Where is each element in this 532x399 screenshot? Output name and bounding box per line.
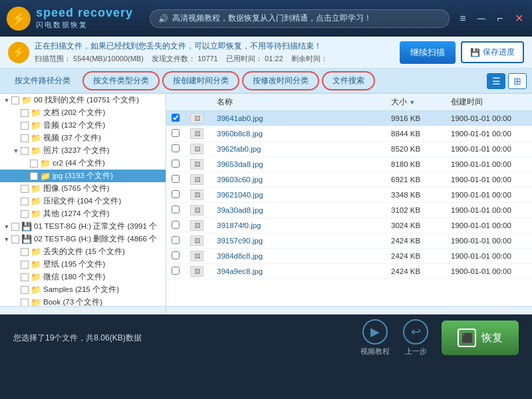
tree-item[interactable]: 📁压缩文件 (104 个文件)	[0, 195, 166, 207]
tree-item[interactable]: ▼💾01 TEST-8G (H:) 正常文件 (3991 个	[0, 220, 166, 233]
file-name[interactable]: 39641ab0.jpg	[217, 114, 263, 122]
tree-item[interactable]: 📁cr2 (44 个文件)	[0, 157, 166, 170]
tree-checkbox[interactable]	[21, 147, 29, 155]
tree-checkbox[interactable]	[30, 160, 38, 168]
file-name[interactable]: 394a9ec8.jpg	[217, 267, 263, 275]
tree-item[interactable]: 📁其他 (1274 个文件)	[0, 207, 166, 220]
file-checkbox[interactable]	[172, 236, 180, 244]
col-name[interactable]: 名称	[211, 94, 386, 111]
file-checkbox[interactable]	[172, 251, 180, 259]
table-row[interactable]: 🖼39641ab0.jpg9916 KB1900-01-01 00:00	[166, 111, 532, 126]
table-row[interactable]: 🖼39653da8.jpg8180 KB1900-01-01 00:00	[166, 157, 532, 172]
file-name[interactable]: 3962fab0.jpg	[217, 145, 261, 153]
tree-checkbox[interactable]	[21, 299, 29, 307]
table-row[interactable]: 🖼3962fab0.jpg8520 KB1900-01-01 00:00	[166, 142, 532, 157]
tree-checkbox[interactable]	[21, 134, 29, 142]
table-row[interactable]: 🖼3984d8c8.jpg2424 KB1900-01-01 00:00	[166, 249, 532, 264]
tree-item[interactable]: ▼📁照片 (3237 个文件)	[0, 144, 166, 157]
file-checkbox[interactable]	[172, 190, 180, 198]
file-checkbox[interactable]	[172, 129, 180, 137]
file-checkbox[interactable]	[172, 144, 180, 152]
tree-checkbox[interactable]	[11, 223, 19, 231]
tree-checkbox[interactable]	[21, 198, 29, 205]
tree-toggle[interactable]	[12, 286, 20, 294]
tree-toggle[interactable]	[12, 134, 20, 142]
tree-toggle[interactable]	[12, 210, 20, 218]
tree-toggle[interactable]: ▼	[3, 223, 11, 231]
table-row[interactable]: 🖼394a9ec8.jpg2424 KB1900-01-01 00:00	[166, 264, 532, 279]
tree-checkbox[interactable]	[21, 185, 29, 193]
menu-button[interactable]: ≡	[456, 12, 469, 25]
file-name[interactable]: 39653da8.jpg	[217, 160, 263, 168]
tree-checkbox[interactable]	[11, 235, 19, 243]
table-row[interactable]: 🖼39621040.jpg3348 KB1900-01-01 00:00	[166, 188, 532, 203]
tree-checkbox[interactable]	[21, 273, 29, 281]
maximize-button[interactable]: ⌐	[493, 12, 507, 25]
file-name[interactable]: 391874f0.jpg	[217, 221, 261, 229]
recover-button[interactable]: ⬛ 恢复	[442, 321, 519, 355]
tree-item[interactable]: 📁文档 (202 个文件)	[0, 106, 166, 119]
file-name[interactable]: 3984d8c8.jpg	[217, 252, 263, 260]
ad-bar[interactable]: 🔊 高清视频教程，数据恢复从入门到精通，点击立即学习！	[150, 9, 450, 28]
left-hscroll[interactable]	[0, 307, 166, 314]
file-tree-panel[interactable]: ▼📁00 找到的文件 (10751 个文件) 📁文档 (202 个文件) 📁音频…	[0, 94, 166, 306]
file-name[interactable]: 39603c60.jpg	[217, 176, 263, 184]
table-row[interactable]: 🖼39603c60.jpg6921 KB1900-01-01 00:00	[166, 172, 532, 188]
right-hscroll[interactable]	[166, 307, 532, 314]
tree-toggle[interactable]: ▼	[3, 235, 11, 243]
tree-item[interactable]: 📁Book (73 个文件)	[0, 296, 166, 306]
tree-item[interactable]: 📁视频 (37 个文件)	[0, 132, 166, 144]
tree-item[interactable]: 📁音频 (132 个文件)	[0, 119, 166, 132]
file-list-panel[interactable]: 名称 大小 ▼ 创建时间 🖼39641ab0.jpg9916 KB1900-01…	[166, 94, 532, 306]
tree-toggle[interactable]	[12, 122, 20, 130]
file-checkbox[interactable]	[172, 175, 180, 183]
file-checkbox[interactable]	[172, 160, 180, 168]
video-tutorial-button[interactable]: ▶ 视频教程	[360, 319, 390, 356]
continue-scan-button[interactable]: 继续扫描	[400, 41, 456, 64]
col-size[interactable]: 大小 ▼	[386, 94, 446, 111]
file-name[interactable]: 39621040.jpg	[217, 191, 263, 199]
tree-checkbox[interactable]	[21, 286, 29, 294]
tree-toggle[interactable]	[12, 273, 20, 281]
tree-item[interactable]: ▼💾02 TEST-8G (H:) 删除文件 (4866 个	[0, 233, 166, 245]
table-row[interactable]: 🖼391874f0.jpg3024 KB1900-01-01 00:00	[166, 218, 532, 233]
table-row[interactable]: 🖼39a30ad8.jpg3102 KB1900-01-01 00:00	[166, 203, 532, 218]
save-progress-button[interactable]: 💾 保存进度	[461, 41, 524, 63]
tree-checkbox[interactable]	[21, 122, 29, 130]
tree-item[interactable]: 📁微信 (180 个文件)	[0, 271, 166, 283]
tree-toggle[interactable]	[12, 248, 20, 256]
close-button[interactable]: ✕	[512, 12, 525, 25]
tree-checkbox[interactable]	[21, 248, 29, 256]
tree-toggle[interactable]	[21, 172, 29, 180]
file-name[interactable]: 39157c90.jpg	[217, 237, 263, 245]
tree-toggle[interactable]: ▼	[12, 147, 20, 155]
tree-checkbox[interactable]	[21, 210, 29, 218]
tree-toggle[interactable]	[12, 109, 20, 117]
file-checkbox[interactable]	[172, 114, 180, 122]
minimize-button[interactable]: ─	[475, 12, 488, 25]
tree-item[interactable]: ▼📁00 找到的文件 (10751 个文件)	[0, 94, 166, 106]
tree-checkbox[interactable]	[30, 172, 38, 180]
tree-item[interactable]: 📁图像 (5765 个文件)	[0, 182, 166, 195]
file-checkbox[interactable]	[172, 267, 180, 275]
tree-toggle[interactable]: ▼	[3, 96, 11, 104]
tree-toggle[interactable]	[12, 299, 20, 307]
tree-item[interactable]: 📁壁纸 (195 个文件)	[0, 258, 166, 271]
file-checkbox[interactable]	[172, 221, 180, 229]
tree-item[interactable]: 📁jpg (3193 个文件)	[0, 170, 166, 182]
file-checkbox[interactable]	[172, 205, 180, 213]
tree-item[interactable]: 📁Samples (215 个文件)	[0, 283, 166, 296]
list-view-button[interactable]: ☰	[487, 73, 505, 89]
tab-create-time[interactable]: 按创建时间分类	[162, 71, 239, 90]
tree-toggle[interactable]	[12, 198, 20, 205]
col-date[interactable]: 创建时间	[446, 94, 532, 111]
tab-modify-time[interactable]: 按修改时间分类	[242, 71, 319, 90]
tree-toggle[interactable]	[21, 160, 29, 168]
tab-path[interactable]: 按文件路径分类	[5, 72, 80, 90]
table-row[interactable]: 🖼39157c90.jpg2424 KB1900-01-01 00:00	[166, 233, 532, 249]
file-name[interactable]: 3960b8c8.jpg	[217, 130, 263, 138]
table-row[interactable]: 🖼3960b8c8.jpg8844 KB1900-01-01 00:00	[166, 126, 532, 142]
file-name[interactable]: 39a30ad8.jpg	[217, 206, 263, 214]
tree-checkbox[interactable]	[11, 96, 19, 104]
grid-view-button[interactable]: ⊞	[508, 73, 527, 89]
